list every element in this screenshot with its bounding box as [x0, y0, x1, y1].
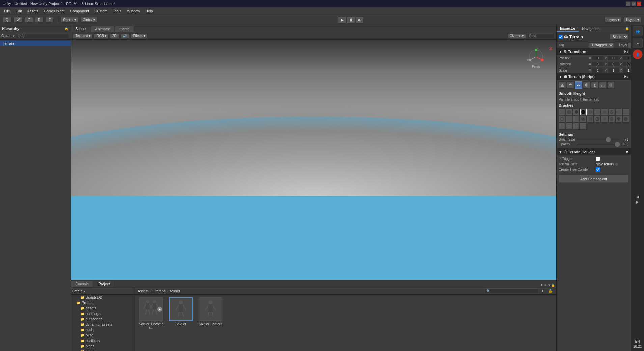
hierarchy-item-terrain[interactable]: Terrain — [0, 40, 71, 46]
collapse-left-btn[interactable]: ◀ — [636, 195, 639, 199]
pos-z-field[interactable] — [623, 56, 631, 61]
menu-window[interactable]: Window — [124, 8, 143, 14]
brush-11[interactable] — [559, 116, 565, 123]
tab-console[interactable]: Console — [71, 280, 93, 287]
tool-t[interactable]: T — [46, 17, 54, 23]
minimize-button[interactable]: – — [626, 1, 631, 6]
layers-dropdown[interactable]: Layers ▾ — [604, 17, 622, 23]
asset-soldier-camera[interactable]: Soldier Camera — [197, 297, 224, 351]
tab-game[interactable]: Game — [115, 26, 134, 32]
close-button[interactable]: × — [637, 1, 641, 6]
tree-item-huds[interactable]: 📁 huds — [71, 327, 135, 332]
brush-24[interactable] — [580, 123, 587, 130]
terrain-script-settings-icon[interactable]: ⚙ — [623, 75, 626, 78]
tool-r[interactable]: R — [35, 17, 44, 23]
create-label[interactable]: Create — [1, 34, 11, 38]
tab-navigation[interactable]: Navigation — [579, 26, 603, 32]
rot-z-field[interactable] — [623, 62, 631, 67]
transform-section-header[interactable]: ▼ ⚙ Transform ⚙ ? — [557, 48, 631, 55]
menu-gameobject[interactable]: GameObject — [41, 8, 67, 14]
is-trigger-checkbox[interactable] — [596, 157, 600, 161]
rot-x-field[interactable] — [592, 62, 604, 67]
create-tree-checkbox[interactable] — [596, 167, 600, 172]
paint-height-btn[interactable] — [567, 81, 574, 89]
bottom-panel-icon3[interactable]: ⚙ — [547, 283, 550, 287]
tab-inspector[interactable]: Inspector — [557, 25, 579, 32]
brush-size-slider[interactable] — [576, 139, 620, 140]
pause-button[interactable]: ⏸ — [347, 17, 355, 23]
terrain-settings-btn[interactable] — [607, 81, 615, 89]
terrain-data-circle[interactable] — [615, 163, 618, 166]
brush-2[interactable] — [566, 109, 572, 115]
brush-14[interactable] — [580, 116, 587, 123]
tab-animator[interactable]: Animator — [91, 26, 114, 32]
tree-item-buildings[interactable]: 📁 buildings — [71, 311, 135, 316]
terrain-collider-header[interactable]: ▼ ⬡ Terrain Collider ⚙ — [557, 148, 631, 155]
menu-component[interactable]: Component — [67, 8, 92, 14]
rot-y-field[interactable] — [607, 62, 619, 67]
add-component-button[interactable]: Add Component — [559, 175, 628, 183]
brush-19[interactable] — [615, 116, 622, 123]
opacity-slider[interactable] — [576, 144, 620, 145]
hierarchy-search[interactable] — [16, 33, 69, 38]
bottom-panel-icon2[interactable]: ⬇ — [544, 283, 547, 287]
pivot-toggle[interactable]: Center ▾ — [61, 17, 78, 23]
layout-dropdown[interactable]: Layout ▾ — [624, 17, 641, 23]
brush-20[interactable] — [622, 116, 629, 123]
paint-texture-btn[interactable] — [583, 81, 590, 89]
brush-4[interactable] — [580, 109, 587, 115]
paint-details-btn[interactable] — [599, 81, 607, 89]
brush-18[interactable] — [608, 116, 615, 123]
effects-btn[interactable]: Effects ▾ — [131, 33, 148, 38]
cloud-button[interactable]: ☁ — [633, 38, 643, 48]
menu-tools[interactable]: Tools — [110, 8, 124, 14]
render-mode-btn[interactable]: Textured ▾ — [73, 33, 93, 38]
brush-1[interactable] — [559, 109, 565, 115]
scene-search[interactable] — [527, 33, 554, 38]
audio-btn[interactable]: 🔊 — [120, 33, 129, 38]
brush-7[interactable] — [601, 109, 608, 115]
tool-q[interactable]: Q — [3, 17, 11, 23]
menu-assets[interactable]: Assets — [25, 8, 41, 14]
bottom-panel-icon1[interactable]: ⬆ — [540, 283, 543, 287]
terrain-collider-settings-icon[interactable]: ⚙ — [626, 151, 628, 154]
brush-5[interactable] — [587, 109, 594, 115]
static-dropdown[interactable]: Static — [610, 34, 628, 40]
tree-item-assets[interactable]: 📁 assets — [71, 305, 135, 311]
tab-scene[interactable]: Scene — [71, 25, 90, 32]
collapse-right-btn[interactable]: ▶ — [636, 200, 639, 204]
smooth-height-btn[interactable] — [575, 81, 582, 89]
brush-13[interactable] — [573, 116, 580, 123]
menu-help[interactable]: Help — [143, 8, 156, 14]
tree-item-misc[interactable]: 📁 Misc — [71, 332, 135, 338]
assets-search[interactable]: 🔍 — [485, 288, 539, 294]
transform-help-icon[interactable]: ? — [627, 50, 629, 53]
brush-9[interactable] — [615, 109, 622, 115]
play-button[interactable]: ▶ — [338, 17, 346, 23]
brush-10[interactable] — [622, 109, 629, 115]
lock-icon[interactable]: 🔒 — [64, 27, 68, 30]
menu-edit[interactable]: Edit — [13, 8, 25, 14]
pos-y-field[interactable] — [607, 56, 619, 61]
brush-12[interactable] — [566, 116, 572, 123]
maximize-button[interactable]: □ — [631, 1, 636, 6]
scale-x-field[interactable] — [592, 68, 604, 73]
layer-dropdown[interactable]: Default — [627, 42, 631, 48]
raise-lower-btn[interactable] — [559, 81, 566, 89]
brush-16[interactable] — [594, 116, 601, 123]
brush-17[interactable] — [601, 116, 608, 123]
tree-item-plaque[interactable]: 📁 plaque — [71, 349, 135, 351]
brush-6[interactable] — [594, 109, 601, 115]
tree-item-cutscenes[interactable]: 📁 cutscenes — [71, 316, 135, 322]
asset-soldier[interactable]: Soldier — [167, 297, 194, 351]
gizmos-btn[interactable]: Gizmos ▾ — [507, 33, 526, 38]
terrain-script-help-icon[interactable]: ? — [627, 75, 629, 78]
collab-button[interactable]: 👥 — [633, 26, 643, 36]
brush-23[interactable] — [573, 123, 580, 130]
asset-soldier-locomot[interactable]: ▶ Soldier_Locomot... — [138, 297, 165, 351]
tool-e[interactable]: E — [25, 17, 33, 23]
brush-15[interactable] — [587, 116, 594, 123]
color-space-btn[interactable]: RGB ▾ — [94, 33, 109, 38]
create-btn2[interactable]: Create — [72, 289, 82, 293]
up-button[interactable]: ⬆ — [540, 289, 545, 293]
